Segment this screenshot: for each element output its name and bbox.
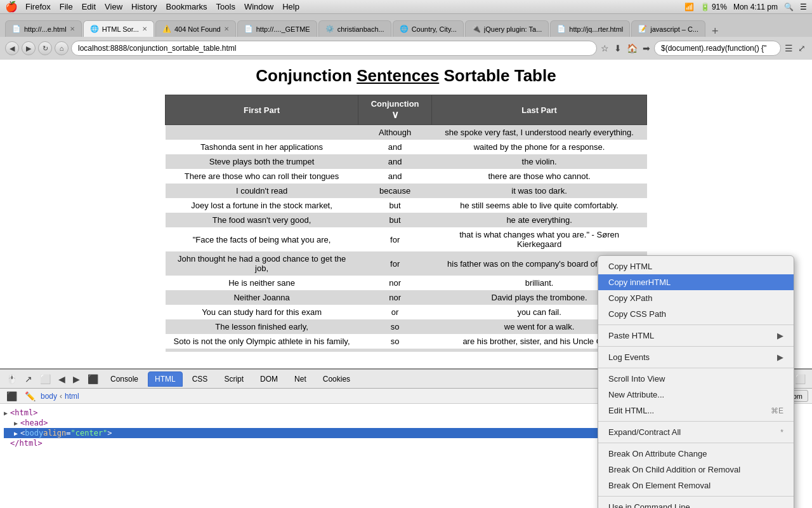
ctx-break-attribute[interactable]: Break On Attribute Change	[598, 446, 794, 462]
ctx-copy-xpath[interactable]: Copy XPath	[598, 290, 794, 306]
col-header-first[interactable]: First Part	[166, 95, 358, 125]
body-tag-name: body	[25, 429, 43, 438]
tab-1[interactable]: 📄 http://...e.html ✕	[5, 20, 82, 37]
ctx-copy-css-path-label: Copy CSS Path	[608, 309, 666, 319]
cell-first: John thought he had a good chance to get…	[166, 251, 358, 276]
ctx-log-events-label: Log Events	[608, 352, 650, 362]
devtools-tab-console[interactable]: Console	[103, 371, 145, 387]
ctx-copy-html[interactable]: Copy HTML	[598, 258, 794, 274]
tab-close-3[interactable]: ✕	[224, 25, 229, 32]
menu-firefox[interactable]: Firefox	[25, 2, 51, 11]
devtools-break-icon[interactable]: ⬛	[85, 373, 101, 385]
cell-first	[166, 125, 358, 140]
table-row: You can study hard for this examoryou ca…	[166, 305, 647, 319]
forward-button[interactable]: ▶	[22, 41, 36, 55]
ctx-scroll-into-view[interactable]: Scroll Into View	[598, 371, 794, 387]
cell-conjunction: for	[358, 251, 432, 276]
tab-title-1: http://...e.html	[24, 25, 67, 33]
back-button[interactable]: ◀	[5, 41, 19, 55]
table-row: Tashonda sent in her applicationsandwait…	[166, 140, 647, 154]
new-tab-button[interactable]: +	[709, 25, 721, 37]
devtools-tab-css[interactable]: CSS	[185, 371, 215, 387]
breadcrumb-body[interactable]: body	[41, 392, 57, 401]
cell-conjunction: so	[358, 319, 432, 334]
menu-tools[interactable]: Tools	[216, 2, 235, 11]
resize-icon[interactable]: ⤢	[797, 42, 807, 55]
ctx-sep-1	[598, 324, 794, 325]
ctx-copy-css-path[interactable]: Copy CSS Path	[598, 306, 794, 322]
bookmark-star-icon[interactable]: ☆	[599, 42, 610, 55]
devtools-tab-script[interactable]: Script	[217, 371, 251, 387]
tab-close-2[interactable]: ✕	[142, 25, 147, 32]
triangle-html[interactable]: ▶	[4, 410, 8, 417]
spotlight-icon[interactable]: 🔍	[784, 3, 794, 11]
devtools-dom-icon[interactable]: ⬜	[37, 373, 53, 385]
devtools-tab-html[interactable]: HTML	[148, 371, 183, 387]
breadcrumb-html[interactable]: html	[65, 392, 79, 401]
menu-history[interactable]: History	[131, 2, 157, 11]
devtools-back-icon[interactable]: ◀	[56, 373, 68, 385]
html-tag: <html>	[10, 408, 37, 417]
devtools-tab-cookies[interactable]: Cookies	[316, 371, 357, 387]
menu-edit[interactable]: Edit	[82, 2, 96, 11]
ctx-sep-3	[598, 368, 794, 368]
address-input[interactable]	[71, 41, 597, 56]
ctx-break-element[interactable]: Break On Element Removal	[598, 478, 794, 493]
cell-conjunction: but	[358, 213, 432, 227]
cell-first: Neither Joanna	[166, 290, 358, 305]
devtools-tab-dom[interactable]: DOM	[253, 371, 285, 387]
home-button[interactable]: ⌂	[55, 41, 69, 55]
tab-favicon-2: 🌐	[90, 25, 99, 34]
col-header-last[interactable]: Last Part	[432, 95, 647, 125]
html-close-tag: </html>	[10, 439, 43, 448]
tab-7[interactable]: 🔌 jQuery plugin: Ta...	[465, 20, 549, 37]
ctx-copy-xpath-label: Copy XPath	[608, 293, 652, 303]
ctx-new-attribute[interactable]: New Attribute...	[598, 387, 794, 403]
tab-2[interactable]: 🌐 HTML Sor... ✕	[83, 20, 154, 37]
notification-icon[interactable]: ☰	[800, 3, 807, 11]
apple-menu[interactable]: 🍎	[5, 1, 18, 13]
devtools-edit-icon[interactable]: ✏️	[22, 390, 38, 403]
home-toolbar-icon[interactable]: 🏠	[625, 42, 639, 55]
arrow-icon[interactable]: ➡	[641, 42, 652, 55]
menu-window[interactable]: Window	[244, 2, 273, 11]
ctx-use-command-line[interactable]: Use in Command Line	[598, 499, 794, 508]
download-icon[interactable]: ⬇	[613, 42, 623, 55]
refresh-button[interactable]: ↻	[38, 41, 52, 55]
col-header-conjunction[interactable]: Conjunction ∨	[358, 95, 432, 125]
html-line-body[interactable]: ▶ <body align="center">	[4, 428, 681, 438]
triangle-head[interactable]: ▶	[14, 420, 18, 427]
cell-first: The food wasn't very good,	[166, 213, 358, 227]
tab-5[interactable]: ⚙️ christianbach...	[318, 20, 391, 37]
table-row: WhenI got this letter I went round to se…	[166, 349, 647, 352]
tab-8[interactable]: 📄 http://jq...rter.html	[550, 20, 630, 37]
devtools-tab-net[interactable]: Net	[287, 371, 313, 387]
ctx-edit-html[interactable]: Edit HTML... ⌘E	[598, 403, 794, 418]
tab-6[interactable]: 🌐 Country, City...	[393, 20, 464, 37]
ctx-log-events[interactable]: Log Events ▶	[598, 349, 794, 365]
ctx-break-child[interactable]: Break On Child Addition or Removal	[598, 462, 794, 478]
tab-favicon-4: 📄	[244, 25, 253, 34]
ctx-expand-contract[interactable]: Expand/Contract All *	[598, 424, 794, 440]
devtools-expand-icon[interactable]: ⬜	[792, 373, 808, 385]
tab-4[interactable]: 📄 http://...._GETME	[237, 20, 317, 37]
devtools-pointer-icon[interactable]: ↗	[22, 373, 35, 385]
tab-close-1[interactable]: ✕	[70, 25, 75, 32]
menu-help[interactable]: Help	[282, 2, 299, 11]
ctx-new-attribute-label: New Attribute...	[608, 390, 664, 399]
ctx-paste-html[interactable]: Paste HTML ▶	[598, 328, 794, 344]
search-input[interactable]	[654, 41, 781, 56]
wifi-icon: 📶	[684, 3, 694, 11]
head-tag: <head>	[20, 418, 48, 427]
menu-view[interactable]: View	[105, 2, 122, 11]
devtools-forward-icon[interactable]: ▶	[70, 373, 82, 385]
ctx-copy-innerhtml[interactable]: Copy innerHTML	[598, 274, 794, 290]
devtools-inspect-icon[interactable]: 🖱️	[4, 373, 20, 385]
tab-3[interactable]: ⚠️ 404 Not Found ✕	[155, 20, 236, 37]
triangle-body[interactable]: ▶	[14, 430, 18, 437]
tab-9[interactable]: 📝 javascript – C...	[631, 20, 705, 37]
menu-bookmarks[interactable]: Bookmarks	[166, 2, 207, 11]
address-bar: ◀ ▶ ↻ ⌂ ☆ ⬇ 🏠 ➡ ☰ ⤢	[0, 37, 812, 60]
menu-icon[interactable]: ☰	[783, 42, 794, 55]
menu-file[interactable]: File	[60, 2, 73, 11]
